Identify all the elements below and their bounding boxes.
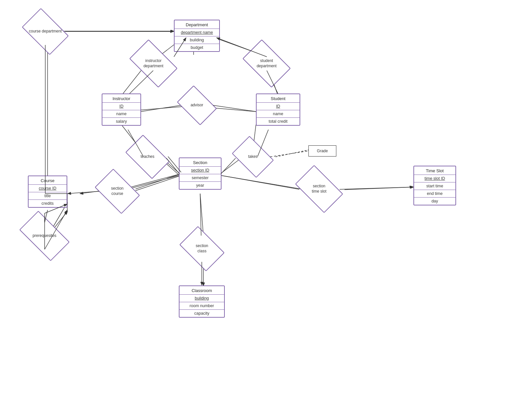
student-department-diamond: studentdepartment xyxy=(246,50,287,77)
timeslot-entity: Time Slot time slot ID start time end ti… xyxy=(413,166,456,205)
student-entity: Student ID name total credit xyxy=(256,94,300,126)
department-attr-budget: budget xyxy=(175,44,219,51)
instructor-title: Instructor xyxy=(102,94,140,102)
teaches-diamond: teaches xyxy=(129,144,166,169)
course-department-diamond: course department xyxy=(26,18,65,45)
advisor-diamond: advisor xyxy=(180,94,213,117)
section-class-diamond: sectionclass xyxy=(183,236,221,262)
department-entity: Department department name building budg… xyxy=(174,20,220,52)
course-attr-id: course ID xyxy=(29,185,67,192)
section-title: Section xyxy=(179,158,221,166)
section-attr-id: section ID xyxy=(179,167,221,174)
section-entity: Section section ID semester year xyxy=(179,158,221,190)
svg-line-36 xyxy=(213,105,256,112)
svg-line-47 xyxy=(340,187,413,189)
student-attr-totalcredit: total credit xyxy=(257,118,300,125)
timeslot-attr-start: start time xyxy=(414,182,455,190)
classroom-attr-capacity: capacity xyxy=(179,310,224,317)
timeslot-attr-day: day xyxy=(414,198,455,205)
course-title: Course xyxy=(29,176,67,184)
svg-line-44 xyxy=(136,176,179,191)
department-attr-name: department name xyxy=(175,29,219,36)
section-timeslot-diamond: sectiontime slot xyxy=(299,176,340,202)
grade-label: Grade xyxy=(317,149,328,153)
instructor-attr-name: name xyxy=(102,110,140,117)
classroom-entity: Classroom building room number capacity xyxy=(179,285,225,318)
course-attr-title: title xyxy=(29,192,67,200)
timeslot-attr-id: time slot ID xyxy=(414,175,455,182)
prerequesites-diamond: prerequesites xyxy=(22,222,67,249)
classroom-attr-building: building xyxy=(179,295,224,302)
instructor-attr-salary: salary xyxy=(102,118,140,125)
svg-line-21 xyxy=(345,187,413,190)
instructor-entity: Instructor ID name salary xyxy=(102,94,141,126)
course-attr-credits: credits xyxy=(29,200,67,207)
svg-line-43 xyxy=(136,175,179,189)
svg-line-42 xyxy=(270,151,308,157)
svg-line-46 xyxy=(221,176,299,189)
timeslot-attr-end: end time xyxy=(414,190,455,197)
takes-diamond: takes xyxy=(236,144,270,169)
svg-line-41 xyxy=(221,158,236,174)
course-entity: Course course ID title credits xyxy=(28,176,67,208)
section-course-diamond: sectioncourse xyxy=(98,178,136,204)
instructor-department-diamond: instructordepartment xyxy=(133,50,174,77)
department-title: Department xyxy=(175,20,219,29)
student-attr-name: name xyxy=(257,110,300,117)
student-attr-id: ID xyxy=(257,103,300,110)
section-attr-year: year xyxy=(179,182,221,189)
er-diagram: Department department name building budg… xyxy=(0,0,525,420)
instructor-attr-id: ID xyxy=(102,103,140,110)
svg-line-16 xyxy=(276,150,308,157)
student-title: Student xyxy=(257,94,300,102)
svg-line-20 xyxy=(221,176,305,190)
timeslot-title: Time Slot xyxy=(414,166,455,175)
svg-line-35 xyxy=(141,105,180,112)
section-attr-semester: semester xyxy=(179,174,221,181)
classroom-attr-roomnum: room number xyxy=(179,302,224,309)
department-attr-building: building xyxy=(175,36,219,44)
grade-box: Grade xyxy=(308,145,336,157)
svg-line-45 xyxy=(68,191,99,194)
classroom-title: Classroom xyxy=(179,286,224,294)
